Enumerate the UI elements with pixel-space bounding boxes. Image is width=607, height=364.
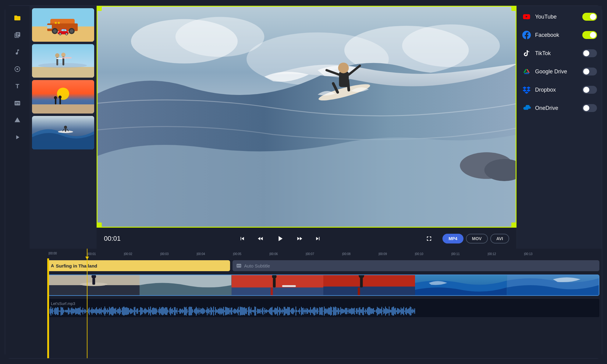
wave-bar bbox=[292, 308, 293, 314]
svg-rect-9 bbox=[47, 25, 52, 29]
wave-bar bbox=[411, 307, 411, 315]
sidebar-item-text[interactable]: T bbox=[10, 79, 25, 93]
wave-bar bbox=[108, 310, 109, 312]
format-mp4-button[interactable]: MP4 bbox=[442, 234, 463, 243]
onedrive-toggle[interactable] bbox=[582, 104, 597, 112]
facebook-toggle[interactable] bbox=[582, 31, 597, 39]
wave-bar bbox=[278, 310, 279, 312]
fullscreen-button[interactable] bbox=[425, 235, 433, 242]
wave-bar bbox=[373, 308, 374, 314]
format-avi-button[interactable]: AVI bbox=[490, 234, 509, 243]
wave-bar bbox=[353, 308, 354, 314]
svg-point-27 bbox=[59, 96, 62, 99]
wave-bar bbox=[284, 307, 284, 316]
wave-bar bbox=[115, 308, 116, 314]
gdrive-toggle[interactable] bbox=[582, 68, 597, 75]
wave-bar bbox=[55, 307, 56, 315]
play-button[interactable] bbox=[273, 232, 287, 245]
wave-bar bbox=[271, 307, 272, 315]
wave-bar bbox=[266, 309, 267, 313]
video-filmstrip[interactable] bbox=[47, 275, 599, 296]
wave-bar bbox=[265, 310, 266, 313]
wave-bar bbox=[86, 311, 87, 312]
wave-bar bbox=[318, 308, 318, 314]
skip-forward-button[interactable] bbox=[312, 233, 323, 244]
wave-bar bbox=[255, 307, 256, 316]
wave-bar bbox=[64, 310, 65, 312]
wave-bar bbox=[340, 307, 341, 315]
wave-bar bbox=[51, 309, 52, 313]
wave-bar bbox=[132, 309, 133, 313]
wave-bar bbox=[378, 308, 378, 314]
format-buttons: MP4 MOV AVI bbox=[442, 234, 509, 243]
wave-bar bbox=[330, 306, 331, 316]
wave-bar bbox=[209, 308, 209, 314]
wave-bar bbox=[401, 307, 401, 315]
wave-bar bbox=[128, 308, 129, 314]
svg-rect-22 bbox=[32, 104, 94, 114]
wave-bar bbox=[59, 310, 59, 312]
video-canvas[interactable] bbox=[97, 6, 516, 228]
sidebar-item-effects[interactable] bbox=[10, 62, 25, 76]
youtube-toggle-knob bbox=[590, 14, 596, 20]
youtube-toggle[interactable] bbox=[582, 13, 597, 21]
wave-bar bbox=[102, 310, 102, 313]
svg-rect-13 bbox=[32, 67, 94, 78]
wave-bar bbox=[328, 307, 329, 315]
subtitle-clip-gray[interactable]: Auto Subtitle bbox=[233, 260, 599, 271]
sidebar-item-media[interactable] bbox=[10, 11, 25, 25]
thumbnail-2[interactable] bbox=[32, 44, 94, 78]
svg-rect-20 bbox=[62, 57, 72, 58]
wave-bar bbox=[405, 308, 406, 314]
wave-bar bbox=[243, 307, 244, 315]
tiktok-icon bbox=[522, 48, 531, 58]
thumbnail-4[interactable] bbox=[32, 116, 94, 149]
wave-bar bbox=[272, 307, 272, 315]
wave-bar bbox=[335, 306, 335, 316]
svg-point-36 bbox=[402, 24, 500, 67]
dropbox-toggle[interactable] bbox=[582, 86, 597, 94]
wave-bar bbox=[360, 307, 360, 315]
audio-label: Let'sSurf.mp3 bbox=[51, 301, 75, 306]
wave-bar bbox=[269, 309, 270, 313]
tiktok-toggle[interactable] bbox=[582, 49, 597, 57]
sidebar-item-transitions[interactable] bbox=[10, 130, 25, 145]
wave-bar bbox=[170, 307, 171, 315]
wave-bar bbox=[93, 309, 93, 313]
sidebar-item-shapes[interactable] bbox=[10, 113, 25, 128]
wave-bar bbox=[89, 307, 90, 315]
thumbnail-1[interactable] bbox=[32, 8, 94, 42]
sidebar-item-library[interactable] bbox=[10, 28, 25, 42]
wave-bar bbox=[220, 307, 220, 315]
wave-bar bbox=[165, 307, 165, 315]
wave-bar bbox=[96, 307, 97, 315]
wave-bar bbox=[213, 306, 214, 316]
wave-bar bbox=[169, 308, 170, 314]
svg-rect-54 bbox=[271, 288, 273, 295]
wave-bar bbox=[370, 307, 370, 315]
fast-forward-button[interactable] bbox=[294, 233, 305, 244]
wave-bar bbox=[276, 308, 277, 314]
sidebar-item-music[interactable] bbox=[10, 45, 25, 59]
wave-bar bbox=[100, 309, 101, 313]
wave-bar bbox=[161, 307, 162, 315]
sidebar-item-subtitles[interactable] bbox=[10, 96, 25, 110]
wave-bar bbox=[238, 307, 239, 315]
wave-bar bbox=[173, 310, 174, 312]
youtube-icon bbox=[522, 12, 531, 22]
subtitle-clip-yellow[interactable]: A Surfing in Thailand bbox=[47, 260, 230, 271]
wave-bar bbox=[167, 307, 167, 315]
thumbnail-3[interactable] bbox=[32, 80, 94, 114]
wave-bar bbox=[307, 309, 308, 314]
wave-bar bbox=[339, 308, 339, 314]
rewind-button[interactable] bbox=[255, 233, 266, 244]
wave-bar bbox=[239, 310, 240, 312]
ruler-mark-13: |00:13 bbox=[524, 252, 533, 256]
wave-bar bbox=[124, 306, 124, 316]
format-mov-button[interactable]: MOV bbox=[466, 234, 488, 243]
wave-bar bbox=[345, 308, 346, 314]
wave-bar bbox=[270, 308, 271, 314]
film-segment-4 bbox=[323, 275, 415, 295]
skip-back-button[interactable] bbox=[237, 233, 248, 244]
svg-point-0 bbox=[16, 68, 18, 70]
